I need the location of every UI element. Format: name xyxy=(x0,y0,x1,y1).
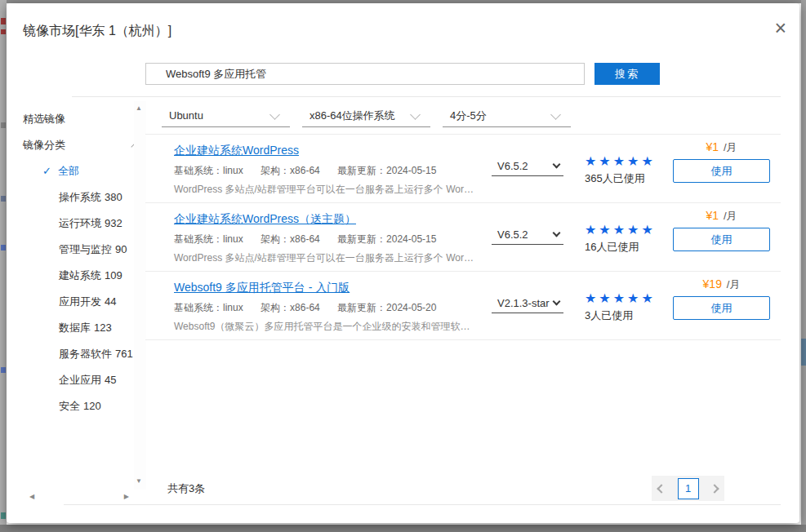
use-button[interactable]: 使用 xyxy=(673,228,770,251)
filter-select-os[interactable]: Ubuntu xyxy=(162,106,290,127)
sidebar-item-runtime[interactable]: 运行环境932 xyxy=(23,211,131,237)
category-sidebar: 精选镜像 镜像分类 ✓全部 操作系统380 运行环境932 管理与监控90 建站… xyxy=(23,106,131,419)
sidebar-label: 数据库 xyxy=(59,321,91,334)
product-meta: 基础系统：linux 架构：x86-64 最新更新：2024-05-20 xyxy=(174,301,492,315)
product-meta: 基础系统：linux 架构：x86-64 最新更新：2024-05-15 xyxy=(174,164,492,178)
sidebar-label: 管理与监控 xyxy=(59,243,112,255)
chevron-down-icon xyxy=(553,161,561,169)
pagination: 1 xyxy=(652,476,724,501)
sidebar-count: 932 xyxy=(105,217,122,229)
price-value: 1 xyxy=(712,209,719,222)
chevron-down-icon xyxy=(410,109,421,120)
price-value: 19 xyxy=(709,277,722,290)
meta-base-system: 基础系统：linux xyxy=(174,233,243,245)
purchase-block: ¥19 /月 使用 xyxy=(666,272,777,339)
sidebar-label: 精选镜像 xyxy=(23,113,65,125)
price-unit: /月 xyxy=(724,141,737,153)
use-button[interactable]: 使用 xyxy=(673,159,770,183)
star-rating: ★★★★★ xyxy=(585,291,666,306)
version-select[interactable]: V6.5.2 xyxy=(492,158,563,176)
rating-block: ★★★★★ 365人已使用 xyxy=(585,154,666,202)
sidebar-item-database[interactable]: 数据库123 xyxy=(23,315,131,341)
use-button[interactable]: 使用 xyxy=(673,296,770,320)
sidebar-section-categories[interactable]: 镜像分类 xyxy=(23,132,131,158)
screen: 镜像市场[华东 1（杭州）] × 搜索 精选镜像 镜像分类 ✓全部 操作系统38… xyxy=(0,0,806,532)
star-rating: ★★★★★ xyxy=(585,154,666,169)
background-artifact xyxy=(1,245,6,250)
meta-base-system: 基础系统：linux xyxy=(174,302,243,313)
background-page-right xyxy=(801,0,806,532)
scroll-up-icon[interactable]: ▲ xyxy=(136,104,142,112)
sidebar-item-appdev[interactable]: 应用开发44 xyxy=(23,289,131,315)
product-description: WordPress 多站点/站群管理平台可以在一台服务器上运行多个 Wor… xyxy=(174,251,492,265)
sidebar-vertical-scrollbar[interactable]: ▲ ▼ xyxy=(134,101,146,490)
rating-block: ★★★★★ 16人已使用 xyxy=(585,223,666,271)
page-prev-icon[interactable] xyxy=(657,484,666,493)
price-amount: ¥19 xyxy=(703,277,722,290)
dialog-title: 镜像市场[华东 1（杭州）] xyxy=(23,23,171,40)
purchase-block: ¥1 /月 使用 xyxy=(666,135,777,202)
sidebar-item-featured[interactable]: 精选镜像 xyxy=(23,106,131,132)
product-row: 企业建站系统WordPress（送主题） 基础系统：linux 架构：x86-6… xyxy=(145,203,781,272)
product-title-link[interactable]: Websoft9 多应用托管平台 - 入门版 xyxy=(174,281,350,295)
sidebar-label: 应用开发 xyxy=(59,295,101,308)
scroll-left-icon[interactable]: ◀ xyxy=(29,493,34,500)
scroll-down-icon[interactable]: ▼ xyxy=(136,477,142,485)
price: ¥1 /月 xyxy=(666,140,777,155)
product-meta: 基础系统：linux 架构：x86-64 最新更新：2024-05-15 xyxy=(174,233,492,246)
meta-last-updated: 最新更新：2024-05-15 xyxy=(337,233,436,245)
chevron-down-icon xyxy=(553,229,561,237)
close-icon[interactable]: × xyxy=(774,18,786,38)
background-page-bottom xyxy=(0,525,806,532)
sidebar-count: 90 xyxy=(115,243,127,255)
sidebar-item-enterprise[interactable]: 企业应用45 xyxy=(23,367,131,393)
sidebar-item-website[interactable]: 建站系统109 xyxy=(23,263,131,289)
product-info: 企业建站系统WordPress 基础系统：linux 架构：x86-64 最新更… xyxy=(174,135,492,202)
filter-select-arch[interactable]: x86-64位操作系统 xyxy=(302,106,430,127)
search-button[interactable]: 搜索 xyxy=(594,63,660,85)
sidebar-count: 120 xyxy=(83,400,101,412)
version-value: V6.5.2 xyxy=(497,228,528,241)
total-count-label: 共有3条 xyxy=(167,481,205,496)
sidebar-label: 服务器软件 xyxy=(59,348,112,360)
background-artifact xyxy=(1,122,6,128)
sidebar-label: 建站系统 xyxy=(59,269,101,282)
sidebar-count: 44 xyxy=(105,295,116,308)
image-market-dialog: 镜像市场[华东 1（杭州）] × 搜索 精选镜像 镜像分类 ✓全部 操作系统38… xyxy=(7,3,799,523)
page-next-icon[interactable] xyxy=(710,484,719,493)
scroll-right-icon[interactable]: ▶ xyxy=(124,493,129,500)
price-amount: ¥1 xyxy=(706,140,719,153)
chevron-down-icon xyxy=(550,109,561,120)
product-row: Websoft9 多应用托管平台 - 入门版 基础系统：linux 架构：x86… xyxy=(145,272,781,340)
search-input[interactable] xyxy=(145,63,585,85)
results-area: Ubuntu x86-64位操作系统 4分-5分 企业建站系统WordPress xyxy=(145,96,781,340)
sidebar-count: 123 xyxy=(94,321,112,334)
price-value: 1 xyxy=(712,140,719,153)
version-select[interactable]: V2.1.3-star xyxy=(492,295,563,313)
divider xyxy=(64,504,781,505)
filter-value: Ubuntu xyxy=(169,109,203,122)
background-artifact xyxy=(1,196,6,202)
sidebar-horizontal-scrollbar[interactable]: ◀ ▶ xyxy=(26,491,132,503)
filter-select-rating[interactable]: 4分-5分 xyxy=(443,106,571,127)
product-title-link[interactable]: 企业建站系统WordPress（送主题） xyxy=(174,212,356,227)
page-number-button[interactable]: 1 xyxy=(678,478,699,499)
version-select[interactable]: V6.5.2 xyxy=(492,227,563,245)
rating-block: ★★★★★ 3人已使用 xyxy=(585,291,666,339)
meta-architecture: 架构：x86-64 xyxy=(261,302,320,313)
sidebar-label: 镜像分类 xyxy=(23,139,65,151)
sidebar-item-all[interactable]: ✓全部 xyxy=(23,158,131,184)
sidebar-item-monitoring[interactable]: 管理与监控90 xyxy=(23,237,131,263)
purchase-block: ¥1 /月 使用 xyxy=(666,203,777,271)
product-title-link[interactable]: 企业建站系统WordPress xyxy=(174,144,299,158)
usage-count: 365人已使用 xyxy=(585,171,666,186)
meta-last-updated: 最新更新：2024-05-15 xyxy=(337,165,436,176)
sidebar-item-os[interactable]: 操作系统380 xyxy=(23,184,131,211)
sidebar-item-security[interactable]: 安全120 xyxy=(23,393,131,419)
meta-base-system: 基础系统：linux xyxy=(174,165,243,176)
sidebar-item-server-software[interactable]: 服务器软件761 xyxy=(23,341,131,367)
sidebar-count: 761 xyxy=(115,348,133,360)
sidebar-label: 全部 xyxy=(58,165,79,177)
star-rating: ★★★★★ xyxy=(585,223,666,237)
price-unit: /月 xyxy=(724,210,737,222)
